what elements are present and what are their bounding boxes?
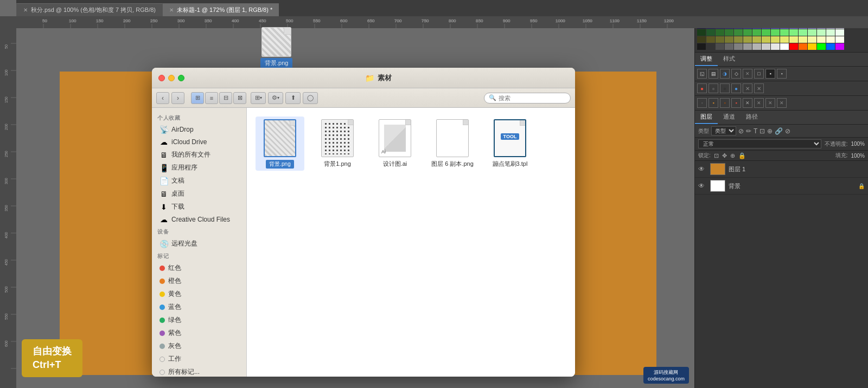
sidebar-item-tag-green[interactable]: 绿色 [154,314,244,326]
color-swatch[interactable] [697,29,706,36]
sidebar-item-remote-disk[interactable]: 💿 远程光盘 [154,237,244,250]
adjust-icon-2[interactable]: ▤ [709,69,718,79]
tab-adjust[interactable]: 调整 [695,53,718,66]
file-item[interactable]: 背景1.png [313,117,362,171]
adjust-icon-9[interactable]: ● [697,83,707,93]
tab-layers[interactable]: 图层 [695,111,718,124]
view-list[interactable]: ≡ [205,92,218,104]
adjust-icon-8[interactable]: ▪ [777,69,787,79]
color-swatch[interactable] [762,36,770,43]
lock-icon-3[interactable]: ⊕ [730,152,735,159]
window-maximize-button[interactable] [178,75,184,81]
color-swatch[interactable] [743,29,752,36]
back-button[interactable]: ‹ [156,92,169,104]
color-swatch[interactable] [799,36,807,43]
sidebar-item-tag-blue[interactable]: 蓝色 [154,301,244,313]
adjust-icon-12[interactable]: ● [731,83,741,93]
tab-close-0[interactable]: ✕ [23,7,28,13]
lock-icon-1[interactable]: ⊡ [714,152,719,159]
adjust-icon-18[interactable]: ▪ [731,98,741,108]
color-swatch[interactable] [725,43,733,50]
color-swatch[interactable] [826,29,835,36]
color-swatch[interactable] [817,43,826,50]
forward-button[interactable]: › [171,92,184,104]
color-swatch[interactable] [771,29,780,36]
sidebar-item-tag-red[interactable]: 红色 [154,262,244,274]
color-swatch[interactable] [762,29,770,36]
color-swatch[interactable] [752,36,761,43]
sidebar-item-tag-yellow[interactable]: 黄色 [154,288,244,300]
color-swatch[interactable] [725,29,733,36]
color-swatch[interactable] [706,29,715,36]
adjust-icon-4[interactable]: ◇ [731,69,741,79]
sidebar-item-tag-orange[interactable]: 橙色 [154,275,244,287]
sidebar-item-icloud[interactable]: ☁ iCloud Drive [154,136,244,148]
adjust-icon-11[interactable]: ● [720,83,730,93]
action-button[interactable]: ⚙▾ [268,92,283,104]
search-box[interactable]: 🔍 [484,93,571,104]
color-swatch[interactable] [826,36,835,43]
adjust-icon-3[interactable]: ◑ [720,69,730,79]
view-cover-flow[interactable]: ⊠ [233,92,246,104]
color-swatch[interactable] [771,36,780,43]
color-swatch[interactable] [762,43,770,50]
adjust-icon-17[interactable]: ▪ [720,98,730,108]
tab-paths[interactable]: 路径 [741,111,763,124]
color-swatch[interactable] [771,43,780,50]
file-item[interactable]: Ai设计图.ai [371,117,419,171]
color-swatch[interactable] [716,43,724,50]
adjust-icon-20[interactable]: ✕ [754,98,764,108]
color-swatch[interactable] [697,36,706,43]
tag-button[interactable]: ◯ [303,92,318,104]
color-swatch[interactable] [799,43,807,50]
adjust-icon-22[interactable]: ✕ [777,98,787,108]
sidebar-item-desktop[interactable]: 🖥 桌面 [154,187,244,200]
sidebar-item-creative-cloud[interactable]: ☁ Creative Cloud Files [154,214,244,225]
adjust-icon-16[interactable]: ▪ [709,98,718,108]
color-swatch[interactable] [743,43,752,50]
sidebar-item-tag-work[interactable]: 工作 [154,353,244,365]
color-swatch[interactable] [780,43,789,50]
layer-visibility-icon[interactable]: 👁 [698,165,707,173]
color-swatch[interactable] [734,29,743,36]
color-swatch[interactable] [716,36,724,43]
color-swatch[interactable] [835,36,844,43]
lock-icon-4[interactable]: 🔒 [738,152,746,159]
lock-icon-2[interactable]: ✥ [722,152,727,159]
color-swatch[interactable] [697,43,706,50]
color-swatch[interactable] [808,29,816,36]
sidebar-item-airdrop[interactable]: 📡 AirDrop [154,124,244,135]
color-swatch[interactable] [706,43,715,50]
file-item[interactable]: TOOL蹦点笔刷3.tpl [486,117,534,171]
color-swatch[interactable] [789,29,798,36]
color-swatch[interactable] [780,36,789,43]
window-close-button[interactable] [158,75,165,81]
file-item[interactable]: 背景.png [256,117,304,171]
arrange-button[interactable]: ⊞▾ [251,92,266,104]
sidebar-item-docs[interactable]: 📄 文稿 [154,174,244,187]
adjust-icon-6[interactable]: □ [754,69,764,79]
view-icon[interactable]: ⊞ [191,92,204,104]
tab-channels[interactable]: 通道 [718,111,741,124]
color-swatch[interactable] [817,36,826,43]
sidebar-item-downloads[interactable]: ⬇ 下载 [154,201,244,213]
layer-item[interactable]: 👁图层 1 [695,161,868,178]
color-swatch[interactable] [789,36,798,43]
color-swatch[interactable] [752,43,761,50]
color-swatch[interactable] [808,43,816,50]
adjust-icon-1[interactable]: ◱ [697,69,707,79]
search-input[interactable] [499,95,566,101]
sidebar-item-all-files[interactable]: 🖥 我的所有文件 [154,148,244,161]
adjust-icon-10[interactable]: ● [709,83,718,93]
window-minimize-button[interactable] [168,75,175,81]
share-button[interactable]: ⬆ [285,92,301,104]
color-swatch[interactable] [725,36,733,43]
adjust-icon-13[interactable]: ✕ [743,83,752,93]
color-swatch[interactable] [706,36,715,43]
layer-type-select[interactable]: 类型 [711,126,736,135]
sidebar-item-tag-all[interactable]: 所有标记... [154,366,244,377]
sidebar-item-tag-purple[interactable]: 紫色 [154,327,244,339]
sidebar-item-apps[interactable]: 📱 应用程序 [154,161,244,174]
blend-mode-select[interactable]: 正常 [698,139,821,148]
file-item[interactable]: 图层 6 副本.png [428,117,477,171]
